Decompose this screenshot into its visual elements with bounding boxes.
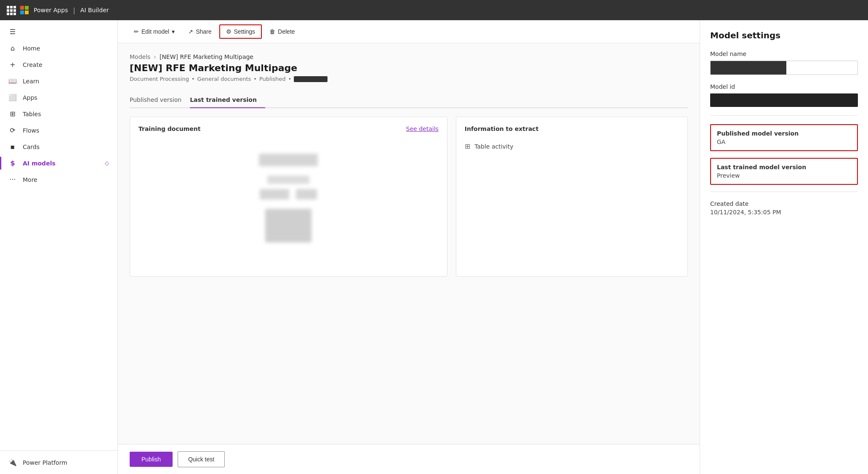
info-card-header: Information to extract: [465, 125, 679, 132]
cards-icon: ▪: [8, 143, 17, 151]
meta-redacted-value: [294, 76, 327, 82]
sidebar-item-tables-label: Tables: [23, 111, 41, 117]
meta-sep2: •: [253, 76, 257, 82]
edit-chevron-icon: ▾: [172, 28, 175, 35]
tables-icon: ⊞: [8, 110, 17, 118]
training-document-card: Training document See details: [130, 117, 447, 277]
action-bar: Publish Quick test: [118, 444, 700, 474]
sidebar: ☰ ⌂ Home + Create 📖 Learn ⬜ Apps ⊞ Table…: [0, 20, 118, 474]
tab-published-version[interactable]: Published version: [130, 92, 190, 108]
sidebar-item-ai-models[interactable]: $ AI models ◇: [0, 155, 117, 171]
breadcrumb-separator: ›: [154, 53, 156, 60]
brand-separator: |: [73, 6, 75, 14]
pin-icon: ◇: [105, 160, 109, 166]
table-icon: ⊞: [465, 142, 470, 150]
document-preview: [138, 139, 439, 257]
model-name-label: Model name: [710, 51, 858, 57]
microsoft-logo: [20, 6, 29, 14]
training-card-header: Training document See details: [138, 125, 439, 132]
flows-icon: ⟳: [8, 126, 17, 134]
settings-icon: ⚙: [226, 28, 232, 35]
settings-panel: Model settings Model name Model id Publi…: [700, 20, 868, 474]
breadcrumb-current: [NEW] RFE Marketing Multipage: [160, 53, 253, 60]
sidebar-item-learn-label: Learn: [23, 78, 39, 85]
doc-blur-row-2: [267, 176, 309, 184]
share-button[interactable]: ↗ Share: [182, 25, 217, 38]
edit-icon: ✏: [134, 28, 139, 35]
created-date-label: Created date: [710, 200, 858, 207]
waffle-icon[interactable]: [7, 6, 15, 14]
model-name-input[interactable]: [710, 61, 858, 75]
share-label: Share: [196, 28, 211, 35]
topbar: Power Apps | AI Builder: [0, 0, 868, 20]
publish-button[interactable]: Publish: [130, 452, 173, 467]
table-activity-label: Table activity: [474, 143, 513, 150]
main-area: ✏ Edit model ▾ ↗ Share ⚙ Settings 🗑 Dele…: [118, 20, 700, 474]
info-card-title: Information to extract: [465, 125, 539, 132]
edit-model-label: Edit model: [141, 28, 169, 35]
sidebar-item-tables[interactable]: ⊞ Tables: [0, 106, 117, 122]
learn-icon: 📖: [8, 77, 17, 85]
model-name-empty-portion: [786, 61, 857, 75]
sidebar-item-power-platform-label: Power Platform: [23, 459, 67, 466]
info-item-table-activity: ⊞ Table activity: [465, 139, 679, 154]
doc-blur-block: [265, 209, 312, 242]
app-body: ☰ ⌂ Home + Create 📖 Learn ⬜ Apps ⊞ Table…: [0, 20, 868, 474]
model-name-field: Model name: [710, 51, 858, 75]
power-platform-icon: 🔌: [8, 458, 17, 466]
sidebar-item-flows[interactable]: ⟳ Flows: [0, 122, 117, 138]
sidebar-item-create-label: Create: [23, 61, 43, 68]
sidebar-bottom: 🔌 Power Platform: [0, 450, 117, 471]
see-details-link[interactable]: See details: [406, 125, 439, 132]
tabs: Published version Last trained version: [130, 92, 688, 108]
more-icon: ···: [8, 176, 17, 184]
meta-sep3: •: [288, 76, 292, 82]
hamburger-icon: ☰: [8, 28, 17, 36]
doc-blur-element-2: [296, 189, 317, 200]
ai-models-icon: $: [8, 159, 17, 167]
last-trained-model-version-label: Last trained model version: [717, 164, 851, 170]
model-name-filled-portion: [711, 61, 786, 75]
quick-test-button[interactable]: Quick test: [178, 451, 225, 467]
sidebar-item-home-label: Home: [23, 45, 40, 52]
sidebar-item-home[interactable]: ⌂ Home: [0, 40, 117, 56]
share-icon: ↗: [188, 28, 193, 35]
settings-panel-title: Model settings: [710, 30, 858, 40]
brand-label: Power Apps: [34, 7, 68, 13]
edit-model-button[interactable]: ✏ Edit model ▾: [128, 25, 181, 38]
settings-divider-1: [710, 115, 858, 116]
created-date-value: 10/11/2024, 5:35:05 PM: [710, 209, 858, 216]
home-icon: ⌂: [8, 44, 17, 52]
toolbar: ✏ Edit model ▾ ↗ Share ⚙ Settings 🗑 Dele…: [118, 20, 700, 43]
tab-last-trained-version[interactable]: Last trained version: [190, 92, 265, 108]
sidebar-item-power-platform[interactable]: 🔌 Power Platform: [0, 454, 117, 471]
page-meta: Document Processing • General documents …: [130, 76, 688, 82]
model-id-value: [710, 93, 858, 107]
product-label: AI Builder: [80, 7, 109, 13]
sidebar-item-learn[interactable]: 📖 Learn: [0, 73, 117, 89]
sidebar-item-flows-label: Flows: [23, 127, 39, 134]
doc-blur-row-3: [260, 189, 317, 200]
training-card-title: Training document: [138, 125, 200, 132]
sidebar-hamburger[interactable]: ☰: [0, 24, 117, 40]
page-content: Models › [NEW] RFE Marketing Multipage […: [118, 43, 700, 444]
sidebar-item-create[interactable]: + Create: [0, 56, 117, 73]
last-trained-model-version-box: Last trained model version Preview: [710, 158, 858, 185]
meta-status: Published: [259, 76, 286, 82]
breadcrumb: Models › [NEW] RFE Marketing Multipage: [130, 53, 688, 60]
meta-scope: General documents: [197, 76, 251, 82]
model-id-field: Model id: [710, 83, 858, 107]
breadcrumb-parent[interactable]: Models: [130, 53, 150, 60]
cards-row: Training document See details: [130, 117, 688, 277]
page-title: [NEW] RFE Marketing Multipage: [130, 63, 688, 73]
last-trained-model-version-value: Preview: [717, 172, 851, 179]
settings-button[interactable]: ⚙ Settings: [219, 24, 262, 39]
sidebar-item-apps[interactable]: ⬜ Apps: [0, 89, 117, 106]
sidebar-item-more[interactable]: ··· More: [0, 171, 117, 188]
sidebar-item-cards[interactable]: ▪ Cards: [0, 138, 117, 155]
sidebar-spacer: [0, 188, 117, 450]
created-date-field: Created date 10/11/2024, 5:35:05 PM: [710, 200, 858, 216]
create-icon: +: [8, 61, 17, 69]
delete-button[interactable]: 🗑 Delete: [264, 25, 301, 38]
delete-icon: 🗑: [269, 28, 275, 35]
